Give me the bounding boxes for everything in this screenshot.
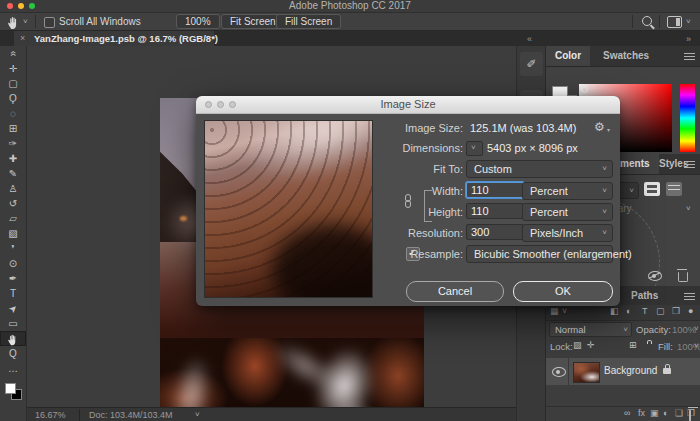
fit-to-dropdown[interactable]: Custom ˅ — [466, 160, 613, 178]
filter-toggle-icon[interactable]: ● — [688, 306, 693, 316]
chevron-down-icon: ˅ — [471, 144, 476, 152]
lock-label: Lock: — [550, 341, 573, 352]
status-chevron-icon[interactable]: ˅ — [195, 411, 200, 419]
layer-mask-icon[interactable]: ▣ — [650, 408, 659, 418]
height-unit-dropdown[interactable]: Percent ˅ — [522, 203, 613, 221]
brush-settings-panel-icon[interactable]: ✐ — [520, 52, 543, 76]
layers-panel-footer: ∞fx▣◐❏❐ — [546, 406, 700, 421]
blend-mode-value: Normal — [555, 324, 586, 335]
foreground-color-swatch[interactable] — [5, 383, 16, 394]
layer-effects-icon[interactable]: fx — [638, 408, 645, 418]
ok-button[interactable]: OK — [513, 281, 613, 302]
layer-thumbnail[interactable] — [573, 362, 600, 383]
collapse-dock-icon[interactable]: « — [527, 34, 532, 44]
clone-stamp-tool[interactable]: ♙ — [0, 181, 26, 196]
blend-mode-dropdown[interactable]: Normal ˅ — [549, 322, 632, 337]
resolution-input[interactable] — [466, 224, 524, 240]
resample-dropdown[interactable]: Bicubic Smoother (enlargement) ˅ — [466, 245, 613, 263]
width-unit-value: Percent — [530, 184, 568, 198]
gear-icon[interactable]: ⚙ — [594, 120, 605, 134]
collapse-toolbar-button[interactable]: « — [6, 41, 21, 67]
adjustment-layer-icon[interactable]: ◐ — [663, 408, 668, 418]
color-panel-tabs: Color Swatches — [546, 46, 700, 67]
history-brush-tool[interactable]: ↺ — [0, 196, 26, 211]
list-view-icon[interactable] — [666, 182, 682, 196]
scroll-all-windows-label: Scroll All Windows — [59, 16, 141, 27]
search-icon[interactable] — [642, 16, 652, 26]
delete-layer-icon — [689, 410, 691, 421]
gear-chevron-icon[interactable]: ▾ — [607, 126, 610, 133]
delete-layer-icon[interactable] — [689, 410, 691, 420]
tab-swatches[interactable]: Swatches — [594, 46, 658, 66]
chevron-down-icon[interactable]: ˅ — [694, 342, 699, 350]
fill-screen-button[interactable]: Fill Screen — [276, 14, 341, 29]
chevron-down-icon[interactable]: ˅ — [686, 205, 691, 213]
height-input[interactable] — [466, 203, 524, 219]
filter-adjustment-layers-icon[interactable]: ◐ — [626, 306, 631, 316]
background-layer-row[interactable]: Background — [546, 358, 700, 385]
layer-visibility-eye-icon[interactable] — [552, 367, 566, 377]
opacity-value[interactable]: 100% — [672, 324, 696, 335]
resolution-unit-dropdown[interactable]: Pixels/Inch ˅ — [522, 224, 613, 242]
tool-preset-chevron-icon[interactable]: ˅ — [23, 18, 28, 26]
hand-tool-icon[interactable] — [7, 15, 20, 28]
hue-slider[interactable] — [680, 84, 695, 152]
width-unit-dropdown[interactable]: Percent ˅ — [522, 182, 613, 200]
zoom-level[interactable]: 16.67% — [35, 410, 66, 420]
lock-position-icon[interactable]: ✛ — [587, 340, 595, 350]
document-tab[interactable]: × YanZhang-Image1.psb @ 16.7% (RGB/8*) — [14, 31, 214, 46]
layers-panel: Paths ▦˅◧◐T▢❐● Normal ˅ Opacity: 100% ˅ … — [546, 286, 700, 421]
layer-group-icon[interactable]: ❏ — [675, 408, 683, 418]
eyedropper-tool[interactable]: ✑ — [0, 136, 26, 151]
workspace-chevron-icon[interactable]: ˅ — [686, 18, 691, 26]
panel-menu-icon[interactable] — [684, 293, 695, 300]
layer-lock-icon[interactable] — [663, 368, 671, 374]
filter-pixel-layers-icon[interactable]: ◧ — [610, 306, 619, 316]
zoom-tool[interactable]: Q — [0, 346, 26, 361]
dimensions-dropdown[interactable]: ˅ — [466, 141, 483, 156]
eraser-tool[interactable]: ▱ — [0, 211, 26, 226]
brush-tool[interactable]: ✎ — [0, 166, 26, 181]
image-size-dialog: Image Size Image Size: 125.1M (was 103.4… — [196, 96, 620, 306]
width-input[interactable] — [466, 182, 524, 198]
cancel-button[interactable]: Cancel — [406, 281, 504, 302]
tools-panel: «✛▢Ϙ◌⊞✑✚✎♙↺▱▧❜⊙✒T➤▭Q… — [0, 46, 27, 421]
quick-select-tool[interactable]: ◌ — [0, 106, 26, 121]
panel-menu-icon[interactable] — [684, 161, 695, 168]
link-layers-icon[interactable]: ∞ — [624, 408, 630, 418]
marquee-tool[interactable]: ▢ — [0, 76, 26, 91]
crop-tool[interactable]: ⊞ — [0, 121, 26, 136]
tab-color[interactable]: Color — [546, 46, 590, 66]
filter-kind-icon[interactable]: ▦ — [550, 306, 559, 316]
lock-transparent-icon[interactable]: ▨ — [573, 340, 582, 350]
filter-shape-layers-icon[interactable]: ▢ — [656, 306, 665, 316]
delete-icon[interactable] — [678, 272, 688, 282]
toggle-visibility-icon[interactable] — [648, 271, 662, 281]
healing-brush-tool[interactable]: ✚ — [0, 151, 26, 166]
lock-artboard-icon[interactable]: ⊞ — [629, 340, 637, 350]
collapse-panels-icon[interactable]: » — [686, 34, 691, 44]
blur-tool[interactable]: ❜ — [0, 241, 26, 256]
tab-paths[interactable]: Paths — [622, 286, 667, 306]
workspace-icon[interactable] — [667, 16, 682, 28]
lasso-tool[interactable]: Ϙ — [0, 91, 26, 106]
lock-row: Lock: ▨✛⊞ Fill: 100% ˅ — [546, 339, 700, 355]
more-tools[interactable]: … — [0, 361, 26, 376]
filter-type-layers-icon[interactable]: T — [642, 306, 648, 316]
filter-smart-object-icon[interactable]: ❐ — [672, 306, 680, 316]
close-tab-icon[interactable]: × — [20, 33, 25, 43]
grid-view-icon[interactable] — [644, 182, 660, 196]
hand-tool[interactable] — [0, 331, 26, 346]
chevron-down-icon[interactable]: ˅ — [694, 325, 699, 333]
filter-kind-chevron-icon[interactable]: ˅ — [562, 306, 567, 316]
scroll-all-windows-checkbox[interactable] — [44, 17, 55, 28]
dodge-tool[interactable]: ⊙ — [0, 256, 26, 271]
zoom-100-button[interactable]: 100% — [176, 14, 220, 29]
width-label: Width: — [316, 185, 463, 197]
options-bar: ˅ Scroll All Windows 100% Fit Screen Fil… — [0, 13, 700, 31]
fit-to-label: Fit To: — [316, 163, 463, 175]
panel-menu-icon[interactable] — [684, 53, 695, 60]
pen-tool[interactable]: ✒ — [0, 271, 26, 286]
gradient-tool[interactable]: ▧ — [0, 226, 26, 241]
toolbar-tools: «✛▢Ϙ◌⊞✑✚✎♙↺▱▧❜⊙✒T➤▭Q… — [0, 46, 26, 376]
